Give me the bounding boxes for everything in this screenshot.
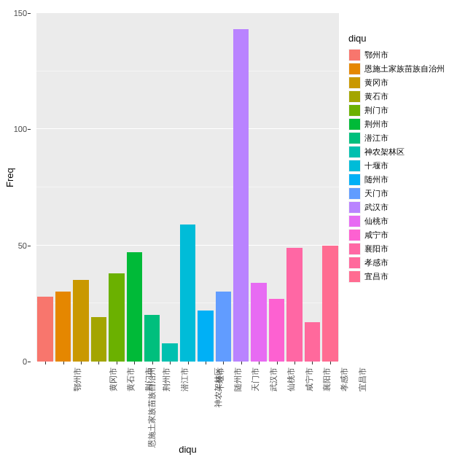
bar [73,280,88,362]
legend-label: 鄂州市 [364,50,389,61]
legend-item: 十堰市 [348,159,476,173]
legend-item: 天门市 [348,187,476,200]
legend-label: 随州市 [364,174,389,185]
x-tick-label: 孝感市 [339,367,350,391]
bar [269,299,284,362]
legend-swatch [348,90,361,103]
legend-swatch [348,63,361,75]
bar [127,252,142,362]
legend-swatch [348,118,361,130]
legend-swatch [348,229,361,241]
x-tick-label: 黄冈市 [108,367,119,391]
legend-label: 十堰市 [364,160,389,171]
legend-label: 武汉市 [364,202,389,213]
legend-label: 咸宁市 [364,230,389,241]
legend-item: 荆门市 [348,104,476,117]
y-tick-label: 100 [14,125,27,133]
y-tick-label: 50 [18,241,27,250]
bar [305,322,320,362]
legend-swatch [348,77,361,89]
legend-label: 潜江市 [364,133,389,144]
legend-item: 黄石市 [348,90,476,104]
legend-swatch [348,187,361,200]
x-tick-label: 荆门市 [144,367,155,391]
legend-swatch [348,257,361,269]
bar [322,246,338,362]
legend-label: 襄阳市 [364,243,389,254]
x-tick-label: 十堰市 [215,367,226,391]
bar [286,248,302,362]
legend-item: 随州市 [348,173,476,187]
legend-label: 仙桃市 [364,216,389,227]
x-tick-label: 武汉市 [268,367,279,391]
legend-label: 荆州市 [364,119,389,130]
legend-swatch [348,215,361,227]
legend-item: 武汉市 [348,200,476,214]
legend-label: 黄冈市 [364,77,389,88]
x-tick-label: 宜昌市 [357,367,368,391]
bar [180,225,195,362]
legend-swatch [348,132,361,144]
bar [233,29,249,362]
legend-label: 恩施土家族苗族自治州 [364,63,445,74]
bar [251,283,266,362]
x-tick-label: 咸宁市 [304,367,315,391]
legend-item: 潜江市 [348,131,476,145]
legend-label: 荆门市 [364,105,389,116]
x-tick-label: 黄石市 [125,367,136,391]
legend-item: 襄阳市 [348,242,476,256]
y-tick-label: 150 [14,9,27,17]
legend-swatch [348,201,361,214]
legend-item: 神农架林区 [348,145,476,159]
chart-container: Freq 050100150 diqu 鄂州市恩施土家族苗族自治州黄冈市黄石市荆… [4,4,472,472]
legend-item: 荆州市 [348,117,476,131]
x-axis-label: diqu [179,444,197,455]
bar [198,311,213,362]
x-tick-label: 荆州市 [161,367,172,391]
legend-label: 孝感市 [364,257,389,268]
x-tick-label: 潜江市 [179,367,190,391]
legend-item: 黄冈市 [348,76,476,90]
legend-item: 仙桃市 [348,214,476,228]
bar [91,317,106,362]
bar [55,292,71,362]
legend-swatch [348,243,361,255]
plot-area [36,13,339,362]
legend-label: 黄石市 [364,91,389,102]
legend-swatch [348,160,361,172]
legend-item: 恩施土家族苗族自治州 [348,62,476,76]
legend-item: 鄂州市 [348,48,476,62]
legend-swatch [348,270,361,283]
legend-item: 孝感市 [348,256,476,270]
legend-swatch [348,49,361,61]
bar [144,315,160,362]
bar [37,297,52,362]
legend-swatch [348,104,361,117]
legend: diqu 鄂州市恩施土家族苗族自治州黄冈市黄石市荆门市荆州市潜江市神农架林区十堰… [348,33,476,284]
x-tick-label: 鄂州市 [72,367,83,391]
bar [109,273,124,362]
legend-title: diqu [348,33,476,44]
legend-swatch [348,146,361,158]
legend-item: 宜昌市 [348,270,476,284]
x-tick-label: 襄阳市 [321,367,332,391]
y-tick-label: 0 [23,357,27,366]
legend-label: 宜昌市 [364,271,389,282]
x-tick-label: 仙桃市 [286,367,297,391]
x-tick-label: 随州市 [233,367,243,391]
x-tick-label: 天门市 [250,367,261,391]
legend-label: 神农架林区 [364,147,405,157]
legend-swatch [348,173,361,186]
legend-item: 咸宁市 [348,228,476,242]
x-axis: diqu 鄂州市恩施土家族苗族自治州黄冈市黄石市荆门市荆州市潜江市神农架林区十堰… [36,362,339,456]
bar [162,343,177,362]
legend-label: 天门市 [364,188,389,199]
y-axis: 050100150 [4,13,33,362]
bar [216,292,231,362]
